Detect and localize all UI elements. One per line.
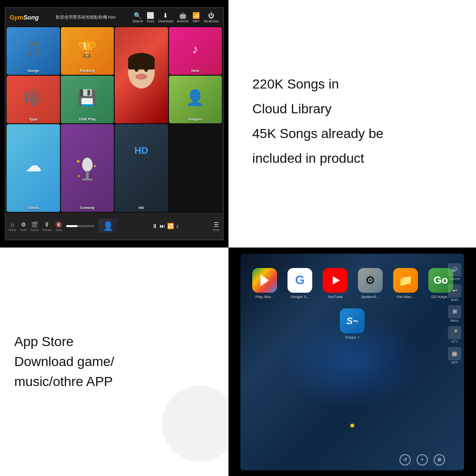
scan-icon: ⬜ — [147, 12, 154, 19]
mute-icon: 🔇 — [55, 221, 62, 228]
usb-icon: 💾 — [78, 89, 97, 107]
next-button[interactable]: ⏭ — [159, 223, 165, 229]
appstore-text-panel: App Store Download game/ music/othre APP — [0, 248, 228, 476]
type-icon: 🎼 — [24, 89, 43, 107]
appstore-line2: Download game/ — [14, 352, 114, 372]
volume-bar[interactable] — [66, 225, 95, 227]
home-nav[interactable]: ⌂ Home — [9, 221, 16, 231]
svg-text:★: ★ — [93, 164, 97, 168]
google-app[interactable]: G Google S... — [285, 268, 315, 299]
back-sidebar-label: Back — [451, 298, 458, 301]
original-button[interactable]: ♪ — [176, 223, 179, 229]
shutdown-label: ShutDown — [204, 20, 219, 23]
songs-count-line1: 220K Songs in — [252, 74, 339, 94]
appstore-line3: music/othre APP — [14, 372, 113, 392]
swype-label: Swype + — [345, 335, 360, 340]
search-icon-btn[interactable]: 🔍 Search — [132, 12, 143, 23]
volume-sidebar-icon: 🔊 — [448, 263, 461, 277]
android-icon-btn[interactable]: 🤖 Android — [177, 12, 188, 23]
android-screen: 🔊 Volume ↩ Back ⊞ Menu 🎤 KTV 🤖 APP — [228, 248, 476, 476]
karaoke-screen: GymSong 歡迎使用雙系統智能點歌機 Nov 🔍 Search ⬜ Scan… — [0, 0, 228, 248]
hd-cell[interactable]: HD HD — [115, 124, 168, 212]
playstore-icon — [252, 268, 277, 293]
tools-label: Tools — [20, 228, 27, 231]
svg-point-4 — [137, 75, 146, 78]
pause-button[interactable]: ⏸ — [152, 223, 158, 229]
topbar-icons: 🔍 Search ⬜ Scan ⬇ Download 🤖 Android — [132, 12, 219, 23]
singers-cell[interactable]: 👤 Singers — [169, 76, 222, 123]
youtube-app[interactable]: YouTube — [320, 268, 350, 299]
record-nav[interactable]: 🎙 Record — [42, 221, 51, 231]
type-cell[interactable]: 🎼 Type — [7, 76, 60, 123]
playstore-svg — [258, 273, 272, 288]
search-icon: 🔍 — [134, 12, 141, 19]
cloud-label: Cloud — [7, 206, 60, 210]
yellow-dot — [350, 424, 354, 427]
ktv-sidebar-label: KTV — [451, 340, 458, 343]
menu-sidebar-item[interactable]: ⊞ Menu — [448, 305, 461, 322]
shutdown-icon-btn[interactable]: ⏻ ShutDown — [204, 12, 219, 23]
android-label: Android — [177, 20, 188, 23]
trophy-icon: 🏆 — [78, 40, 97, 58]
face-cell — [115, 27, 168, 123]
go-label: GO Keyb... — [431, 295, 450, 299]
usbplay-label: USB Play — [61, 117, 114, 121]
download-label: Download — [158, 20, 173, 23]
svg-text:★: ★ — [76, 159, 80, 164]
files-app[interactable]: 📁 File Man... — [391, 268, 420, 299]
ranking-cell[interactable]: 🏆 Ranking — [61, 27, 114, 75]
swype-app[interactable]: S~ Swype + — [250, 308, 455, 340]
order-nav[interactable]: ☰ Order — [213, 221, 220, 231]
comedy-svg: ★ ★ ★ — [74, 155, 100, 190]
app-sidebar-item[interactable]: 🤖 APP — [448, 347, 461, 364]
google-g: G — [295, 273, 305, 288]
svg-rect-9 — [82, 178, 92, 180]
wifi-label: WiFi — [193, 20, 199, 23]
comedy-cell[interactable]: ★ ★ ★ Comedy — [61, 124, 114, 212]
android-menu-btn[interactable]: ⊞ — [434, 454, 445, 466]
android-back-btn[interactable]: ↺ — [399, 454, 411, 466]
karaoke-player: ⌂ Home ⚙ Tools 🎬 Scene 🎙 Record 🔇 M — [6, 213, 223, 239]
volume-sidebar-item[interactable]: 🔊 Volume — [448, 263, 461, 280]
files-label: File Man... — [397, 295, 414, 299]
thumb-placeholder: 👤 — [99, 219, 118, 233]
google-label: Google S... — [290, 295, 309, 299]
face-illustration — [125, 53, 158, 98]
google-icon: G — [288, 268, 312, 293]
android-bottom-nav: ↺ + ⊞ — [399, 454, 445, 466]
settings-label: SystemS... — [361, 295, 380, 299]
back-sidebar-item[interactable]: ↩ Back — [448, 284, 461, 301]
cloud-icon: ☁ — [26, 157, 41, 175]
download-icon-btn[interactable]: ⬇ Download — [158, 12, 173, 23]
karaoke-grid: 🎵 Songs 🏆 Ranking — [6, 26, 223, 213]
songs-label: Songs — [7, 69, 60, 73]
scan-icon-btn[interactable]: ⬜ Scan — [147, 12, 154, 23]
comedy-label: Comedy — [61, 206, 114, 210]
svg-marker-13 — [260, 274, 269, 286]
files-icon: 📁 — [393, 268, 418, 293]
singer-icon: 👤 — [186, 89, 205, 107]
tools-nav[interactable]: ⚙ Tools — [20, 221, 27, 231]
hd-label: HD — [115, 206, 168, 210]
svg-rect-6 — [128, 58, 155, 69]
home-label: Home — [9, 228, 16, 231]
menu-sidebar-icon: ⊞ — [448, 305, 461, 318]
android-home-btn[interactable]: + — [416, 454, 428, 466]
svg-point-7 — [82, 158, 92, 171]
android-display: 🔊 Volume ↩ Back ⊞ Menu 🎤 KTV 🤖 APP — [240, 254, 464, 470]
youtube-svg — [328, 273, 342, 288]
mute-nav[interactable]: 🔇 Mute — [55, 221, 62, 231]
playstore-app[interactable]: Play Stor... — [250, 268, 279, 299]
wifi-icon-btn[interactable]: 📶 WiFi — [192, 12, 200, 23]
scene-nav[interactable]: 🎬 Scene — [30, 221, 39, 231]
songs-cell[interactable]: 🎵 Songs — [7, 27, 60, 75]
scan-label: Scan — [147, 20, 154, 23]
settings-app[interactable]: ⚙ SystemS... — [356, 268, 385, 299]
cloud-cell[interactable]: ☁ Cloud — [7, 124, 60, 212]
new-cell[interactable]: ♪ New — [169, 27, 222, 75]
ktv-sidebar-item[interactable]: 🎤 KTV — [448, 326, 461, 343]
type-label: Type — [7, 117, 60, 121]
repeat-button[interactable]: 🔁 — [167, 223, 174, 229]
usbplay-cell[interactable]: 💾 USB Play — [61, 76, 114, 123]
power-icon: ⏻ — [208, 12, 214, 19]
